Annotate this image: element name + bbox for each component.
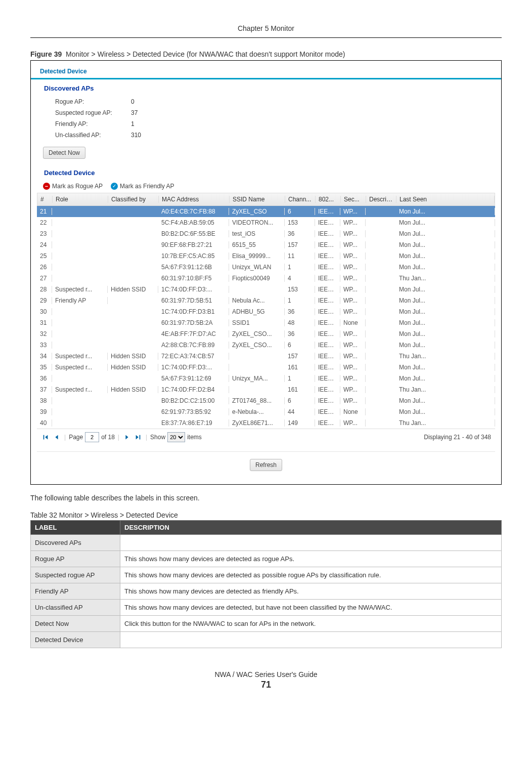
cell: ZyXEL86E71...: [229, 419, 285, 427]
cell: 72:EC:A3:74:CB:57: [158, 353, 229, 360]
cell: 1: [285, 297, 315, 304]
cell: WP...: [340, 308, 366, 315]
cell: IEEE...: [315, 275, 340, 282]
cell: Hidden SSID: [108, 386, 158, 393]
cell: 153: [285, 219, 315, 226]
cell: WP...: [340, 342, 366, 349]
cell: Suspected r...: [52, 386, 108, 393]
stats-block: Rogue AP:0 Suspected rogue AP:37 Friendl…: [31, 95, 501, 145]
cell: 35: [37, 364, 52, 371]
cell: 37: [37, 386, 52, 393]
table-row[interactable]: 3160:31:97:7D:5B:2ASSID148IEEE...NoneMon…: [37, 317, 495, 328]
table-row[interactable]: 265A:67:F3:91:12:6BUnizyx_WLAN1IEEE...WP…: [37, 262, 495, 273]
table-row[interactable]: 40E8:37:7A:86:E7:19ZyXEL86E71...149IEEE.…: [37, 417, 495, 429]
mark-friendly-button[interactable]: ✓ Mark as Friendly AP: [111, 183, 174, 190]
desc-text: Click this button for the NWA/WAC to sca…: [120, 616, 502, 632]
cell: Mon Jul...: [396, 208, 495, 215]
cell: Mon Jul...: [396, 297, 495, 304]
table-row[interactable]: 365A:67:F3:91:12:69Unizyx_MA...1IEEE...W…: [37, 373, 495, 384]
column-header[interactable]: Classified by: [108, 196, 159, 203]
pager-prev-icon[interactable]: [52, 433, 61, 442]
cell: IEEE...: [315, 319, 340, 326]
cell: Elisa_99999...: [229, 252, 285, 260]
table-caption: Table 32 Monitor > Wireless > Detected D…: [30, 511, 502, 519]
cell: Mon Jul...: [396, 319, 495, 326]
column-header[interactable]: Role: [53, 196, 108, 203]
cell: Thu Jan...: [396, 419, 495, 427]
cell: 5A:67:F3:91:12:6B: [158, 264, 229, 271]
table-row[interactable]: 21A0:E4:CB:7C:FB:88ZyXEL_CSO6IEEE...WP..…: [37, 206, 495, 217]
pager-first-icon[interactable]: [41, 433, 50, 442]
cell: IEEE...: [315, 386, 340, 393]
cell: Mon Jul...: [396, 408, 495, 415]
column-header[interactable]: Sec...: [341, 196, 366, 203]
table-row[interactable]: 225C:F4:AB:AB:59:05VIDEOTRON...153IEEE..…: [37, 217, 495, 228]
desc-row: Detect NowClick this button for the NWA/…: [31, 616, 502, 632]
cell: ZyXEL_CSO...: [229, 342, 285, 349]
cell: Nebula Ac...: [229, 297, 285, 304]
cell: 1: [285, 375, 315, 382]
table-row[interactable]: 37Suspected r...Hidden SSID1C:74:0D:FF:D…: [37, 384, 495, 395]
desc-text: [120, 632, 502, 648]
detect-now-button[interactable]: Detect Now: [43, 147, 85, 159]
cell: 1C:74:0D:FF:D3:...: [158, 286, 229, 293]
grid-header: #RoleClassified byMAC AddressSSID NameCh…: [37, 193, 495, 206]
cell: IEEE...: [315, 308, 340, 315]
column-header[interactable]: Chann...: [285, 196, 316, 203]
cell: test_iOS: [229, 230, 285, 237]
pager-last-icon[interactable]: [134, 433, 143, 442]
desc-text: [120, 535, 502, 551]
cell: 44: [285, 408, 315, 415]
cell: 4: [285, 275, 315, 282]
table-row[interactable]: 33A2:88:CB:7C:FB:89ZyXEL_CSO...6IEEE...W…: [37, 340, 495, 351]
page-footer: NWA / WAC Series User's Guide 71: [30, 670, 502, 690]
column-header[interactable]: MAC Address: [159, 196, 230, 203]
column-header[interactable]: #: [37, 196, 53, 203]
mark-rogue-button[interactable]: − Mark as Rogue AP: [43, 183, 103, 190]
stat-suspected-value: 37: [131, 109, 138, 116]
desc-row: Detected Device: [31, 632, 502, 648]
cell: 6515_55: [229, 241, 285, 248]
cell: Mon Jul...: [396, 241, 495, 248]
column-header[interactable]: 802...: [316, 196, 341, 203]
table-row[interactable]: 301C:74:0D:FF:D3:B1ADHBU_5G36IEEE...WP..…: [37, 306, 495, 317]
pager-page-input[interactable]: [85, 432, 99, 442]
table-row[interactable]: 23B0:B2:DC:6F:55:BEtest_iOS36IEEE...WP..…: [37, 228, 495, 239]
table-row[interactable]: 324E:AB:FF:7F:D7:ACZyXEL_CSO...36IEEE...…: [37, 328, 495, 340]
table-row[interactable]: 38B0:B2:DC:C2:15:00ZT01746_88...6IEEE...…: [37, 395, 495, 406]
column-header[interactable]: Descrip...: [366, 196, 396, 203]
cell: Thu Jan...: [396, 386, 495, 393]
grid-toolbar: − Mark as Rogue AP ✓ Mark as Friendly AP: [31, 180, 501, 193]
refresh-button[interactable]: Refresh: [250, 459, 282, 471]
pager-show-select[interactable]: 20: [167, 432, 185, 442]
cell: Fioptics00049: [229, 275, 285, 282]
cell: WP...: [340, 353, 366, 360]
cell: 23: [37, 230, 52, 237]
cell: IEEE...: [315, 252, 340, 260]
table-row[interactable]: 34Suspected r...Hidden SSID72:EC:A3:74:C…: [37, 351, 495, 362]
cell: WP...: [340, 330, 366, 337]
cell: 29: [37, 297, 52, 304]
cell: 5A:67:F3:91:12:69: [158, 375, 229, 382]
table-row[interactable]: 2510:7B:EF:C5:AC:85Elisa_99999...11IEEE.…: [37, 250, 495, 262]
desc-row: Friendly APThis shows how many devices a…: [31, 583, 502, 600]
table-row[interactable]: 3962:91:97:73:B5:92e-Nebula-...44IEEE...…: [37, 406, 495, 417]
table-row[interactable]: 2490:EF:68:FB:27:216515_55157IEEE...WP..…: [37, 239, 495, 250]
pager-next-icon[interactable]: [122, 433, 131, 442]
pager-page-label: Page: [69, 434, 83, 441]
table-row[interactable]: 29Friendly AP60:31:97:7D:5B:51Nebula Ac.…: [37, 295, 495, 306]
column-header[interactable]: SSID Name: [230, 196, 285, 203]
cell: 48: [285, 319, 315, 326]
grid-pager: | Page of 18 | | Show 20 items Displayin…: [37, 429, 495, 445]
table-row[interactable]: 2760:31:97:10:BF:F5Fioptics000494IEEE...…: [37, 273, 495, 284]
column-header[interactable]: Last Seen: [396, 196, 495, 203]
cell: WP...: [340, 252, 366, 260]
cell: ZT01746_88...: [229, 397, 285, 404]
after-paragraph: The following table describes the labels…: [30, 494, 502, 502]
desc-label: Rogue AP: [31, 551, 120, 567]
table-row[interactable]: 28Suspected r...Hidden SSID1C:74:0D:FF:D…: [37, 284, 495, 295]
desc-text: This shows how many devices are detected…: [120, 583, 502, 600]
tab-detected-device[interactable]: Detected Device: [31, 65, 96, 79]
cell: IEEE...: [315, 419, 340, 427]
table-row[interactable]: 35Suspected r...Hidden SSID1C:74:0D:FF:D…: [37, 362, 495, 373]
